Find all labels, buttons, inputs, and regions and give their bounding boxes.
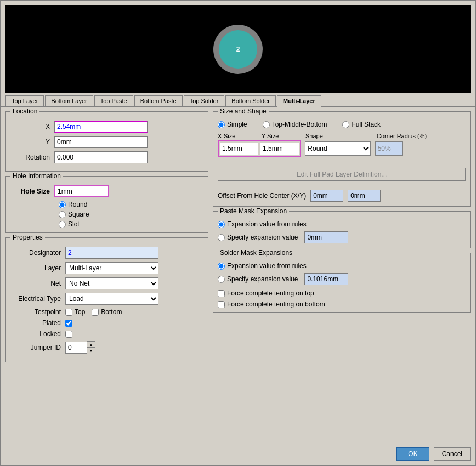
paste-specify-radio[interactable]: Specify expansion value	[218, 234, 298, 241]
force-tenting-top-checkbox[interactable]	[218, 290, 225, 297]
tab-bottom-paste[interactable]: Bottom Paste	[134, 95, 183, 106]
paste-specify-label: Specify expansion value	[227, 234, 298, 241]
electrical-type-select[interactable]: Load	[65, 293, 158, 305]
tab-top-solder[interactable]: Top Solder	[184, 95, 225, 106]
top-middle-bottom-label: Top-Middle-Bottom	[272, 121, 327, 128]
x-input[interactable]	[54, 121, 148, 133]
hole-size-input[interactable]	[54, 185, 109, 197]
testpoint-top[interactable]: Top	[65, 308, 85, 316]
plated-label: Plated	[10, 319, 65, 327]
square-radio[interactable]: Square	[59, 211, 203, 218]
size-shape-group: Size and Shape Simple Top-Middle-Bottom …	[213, 111, 471, 207]
solder-expansion-rules-radio-input[interactable]	[218, 263, 225, 270]
solder-specify-input[interactable]	[304, 273, 348, 285]
shape-select[interactable]: Round	[305, 141, 371, 156]
spinbox-buttons: ▲ ▼	[87, 341, 95, 354]
ok-button[interactable]: OK	[396, 447, 429, 461]
tabs-bar: Top Layer Bottom Layer Top Paste Bottom …	[1, 95, 475, 107]
tab-bottom-layer[interactable]: Bottom Layer	[45, 95, 93, 106]
y-size-header: Y-Size	[262, 133, 305, 139]
designator-input[interactable]	[65, 247, 158, 259]
paste-specify-input[interactable]	[304, 231, 348, 243]
size-shape-radio-row: Simple Top-Middle-Bottom Full Stack	[218, 121, 466, 128]
rotation-row: Rotation	[10, 151, 203, 163]
size-inputs-row	[218, 140, 301, 157]
edit-full-pad-btn[interactable]: Edit Full Pad Layer Definition...	[218, 168, 466, 181]
solder-mask-title: Solder Mask Expansions	[218, 249, 294, 257]
plated-checkbox[interactable]	[65, 320, 72, 327]
paste-expansion-rules-radio-input[interactable]	[218, 221, 225, 228]
full-stack-radio-input[interactable]	[342, 121, 349, 128]
size-col-headers: X-Size Y-Size Shape Corner Radius (%)	[218, 133, 466, 139]
x-size-input[interactable]	[220, 143, 258, 155]
jumper-id-input[interactable]	[65, 342, 87, 354]
layer-select[interactable]: Multi-Layer	[65, 262, 158, 274]
solder-specify-radio-input[interactable]	[218, 276, 225, 283]
square-radio-input[interactable]	[59, 211, 66, 218]
content-area: Location X Y Rotation Hole Information	[1, 107, 475, 437]
corner-radius-header: Corner Radius (%)	[377, 133, 427, 139]
net-row: Net No Net	[10, 277, 203, 289]
testpoint-top-label: Top	[75, 308, 85, 316]
spinbox-down-btn[interactable]: ▼	[87, 348, 95, 354]
bottom-buttons: OK Cancel	[396, 447, 471, 461]
full-stack-label: Full Stack	[352, 121, 381, 128]
testpoint-bottom[interactable]: Bottom	[92, 308, 122, 316]
testpoint-label: Testpoint	[10, 308, 65, 316]
plated-row: Plated	[10, 319, 203, 327]
offset-row: Offset From Hole Center (X/Y)	[218, 190, 466, 202]
solder-specify-row: Specify expansion value	[218, 273, 466, 285]
slot-radio[interactable]: Slot	[59, 220, 203, 228]
paste-specify-row: Specify expansion value	[218, 231, 466, 243]
square-label: Square	[68, 211, 89, 218]
paste-expansion-rules-radio[interactable]: Expansion value from rules	[218, 220, 466, 228]
force-tenting-bottom-checkbox[interactable]	[218, 301, 225, 308]
slot-label: Slot	[68, 220, 80, 228]
y-size-input[interactable]	[260, 143, 299, 155]
x-label: X	[10, 123, 54, 130]
cancel-button[interactable]: Cancel	[434, 447, 471, 461]
force-tenting-top[interactable]: Force complete tenting on top	[218, 289, 466, 297]
size-shape-title: Size and Shape	[218, 107, 269, 115]
properties-group: Properties Designator Layer Multi-Layer …	[5, 237, 208, 362]
slot-radio-input[interactable]	[59, 221, 66, 228]
paste-specify-radio-input[interactable]	[218, 234, 225, 241]
pad-outer-ring: 2	[213, 25, 263, 74]
solder-specify-radio[interactable]: Specify expansion value	[218, 275, 298, 283]
top-middle-bottom-radio[interactable]: Top-Middle-Bottom	[263, 121, 327, 128]
testpoint-row: Testpoint Top Bottom	[10, 308, 203, 316]
tab-bottom-solder[interactable]: Bottom Solder	[225, 95, 276, 106]
main-window: 2 Top Layer Bottom Layer Top Paste Botto…	[0, 0, 476, 466]
force-tenting-bottom[interactable]: Force complete tenting on bottom	[218, 300, 466, 308]
force-tenting-top-label: Force complete tenting on top	[227, 289, 314, 297]
y-input[interactable]	[54, 136, 148, 148]
net-label: Net	[10, 280, 65, 287]
round-radio-input[interactable]	[59, 201, 66, 208]
testpoint-bottom-checkbox[interactable]	[92, 309, 99, 316]
net-select[interactable]: No Net	[65, 277, 158, 289]
corner-radius-input[interactable]	[375, 141, 403, 156]
electrical-type-row: Electrical Type Load	[10, 293, 203, 305]
x-size-header: X-Size	[218, 133, 262, 139]
offset-x-input[interactable]	[310, 190, 343, 202]
tab-multi-layer[interactable]: Multi-Layer	[277, 95, 321, 107]
round-radio[interactable]: Round	[59, 201, 203, 208]
pad-inner-circle: 2	[219, 30, 257, 69]
round-label: Round	[68, 201, 87, 208]
layer-label: Layer	[10, 264, 65, 272]
location-title: Location	[10, 107, 39, 115]
locked-checkbox[interactable]	[65, 331, 72, 338]
simple-radio[interactable]: Simple	[218, 121, 247, 128]
top-middle-bottom-radio-input[interactable]	[263, 121, 270, 128]
hole-shape-group: Round Square Slot	[59, 201, 203, 228]
simple-radio-input[interactable]	[218, 121, 225, 128]
tab-top-paste[interactable]: Top Paste	[94, 95, 133, 106]
offset-y-input[interactable]	[348, 190, 381, 202]
solder-expansion-rules-radio[interactable]: Expansion value from rules	[218, 262, 466, 270]
testpoint-top-checkbox[interactable]	[65, 309, 72, 316]
tab-top-layer[interactable]: Top Layer	[5, 95, 44, 106]
spinbox-up-btn[interactable]: ▲	[87, 342, 95, 348]
rotation-input[interactable]	[54, 151, 148, 163]
full-stack-radio[interactable]: Full Stack	[342, 121, 381, 128]
x-row: X	[10, 121, 203, 133]
